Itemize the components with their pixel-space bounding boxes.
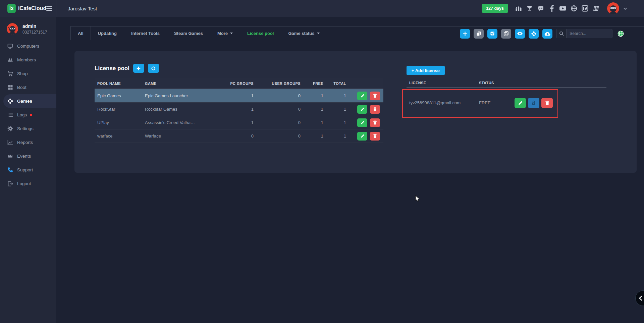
copy-button[interactable] — [474, 29, 484, 39]
facebook-icon[interactable] — [548, 5, 555, 12]
pool-row-epic-games[interactable]: Epic Games Epic Games Launcher 1 0 1 1 — [95, 89, 383, 103]
delete-pool-button[interactable] — [370, 132, 380, 141]
delete-pool-button[interactable] — [370, 118, 380, 127]
delete-pool-button[interactable] — [370, 105, 380, 114]
refresh-pool-button[interactable] — [148, 64, 159, 73]
main-content: All Updating Internet Tools Steam Games … — [56, 17, 644, 323]
edit-pool-button[interactable] — [357, 132, 367, 141]
licenses-table-header: LICENSE STATUS — [407, 78, 606, 88]
sidebar-item-computers[interactable]: Computers — [3, 39, 56, 53]
edit-pool-button[interactable] — [357, 105, 367, 114]
sidebar-item-support[interactable]: Support — [3, 163, 56, 177]
icafecloud-mini-icon[interactable] — [581, 5, 589, 12]
tab-license-pool[interactable]: License pool — [240, 26, 281, 40]
language-globe-icon[interactable] — [618, 31, 624, 37]
sidebar-avatar[interactable] — [7, 23, 18, 35]
user-phone: 03271271517 — [22, 30, 47, 35]
cart-icon — [7, 71, 13, 76]
chevron-down-icon — [317, 33, 320, 34]
sidebar-item-logout[interactable]: Logout — [3, 177, 56, 191]
tab-all[interactable]: All — [70, 26, 91, 40]
search-input[interactable] — [567, 31, 609, 36]
license-days-badge[interactable]: 127 days — [482, 4, 508, 13]
search-box — [556, 29, 612, 38]
windows-icon — [7, 85, 13, 90]
monitor-icon — [7, 43, 13, 49]
members-icon — [7, 57, 13, 63]
pool-table: POOL NAME GAME PC GROUPS USER GROUPS FRE… — [95, 78, 383, 143]
pool-title: License pool — [95, 65, 129, 72]
tab-internet-tools[interactable]: Internet Tools — [124, 26, 167, 40]
sidebar-user: admin 03271271517 — [0, 17, 56, 39]
add-button[interactable] — [460, 29, 470, 39]
crown-icon — [7, 153, 13, 159]
chart-icon — [7, 140, 13, 145]
sidebar-item-events[interactable]: Events — [3, 149, 56, 163]
edit-pool-button[interactable] — [357, 118, 367, 127]
topbar: i2 iCafeCloud Jaroslav Test 127 days — [0, 0, 644, 17]
pool-header: License pool — [95, 64, 159, 73]
user-menu-chevron-icon[interactable] — [623, 5, 627, 11]
sidebar-item-members[interactable]: Members — [3, 53, 56, 67]
delete-pool-button[interactable] — [370, 92, 380, 100]
toolbar — [460, 26, 624, 41]
pool-row-uplay[interactable]: UPlay Assassin's Creed Valha… 1 0 1 1 — [95, 116, 383, 129]
sidebar-item-shop[interactable]: Shop — [3, 67, 56, 80]
pool-row-warface[interactable]: warface Warface 0 0 1 1 — [95, 129, 383, 143]
delete-license-button[interactable] — [541, 98, 553, 108]
tab-more[interactable]: More — [210, 26, 240, 40]
brand-name: iCafeCloud — [18, 5, 46, 11]
license-status: FREE — [479, 100, 515, 105]
tab-game-status[interactable]: Game status — [281, 26, 327, 40]
sidebar-item-boot[interactable]: Boot — [3, 80, 56, 94]
youtube-icon[interactable] — [559, 5, 567, 12]
add-pool-button[interactable] — [133, 64, 144, 73]
tab-steam-games[interactable]: Steam Games — [167, 26, 210, 40]
sidebar: admin 03271271517 Computers Members Shop… — [0, 17, 56, 323]
user-name: admin — [22, 23, 47, 29]
tab-updating[interactable]: Updating — [91, 26, 124, 40]
chevron-down-icon — [230, 33, 233, 34]
discord-icon[interactable] — [537, 5, 544, 12]
license-email: tyv256998811@gmail.com — [409, 100, 479, 105]
sidebar-item-games[interactable]: Games — [3, 94, 56, 108]
page-title: Jaroslav Test — [68, 6, 97, 11]
sidebar-item-reports[interactable]: Reports — [3, 136, 56, 149]
lock-license-button[interactable] — [528, 98, 539, 108]
tiles-button[interactable] — [529, 29, 539, 39]
select-check-button[interactable] — [487, 29, 497, 39]
gear-icon — [7, 126, 13, 131]
search-icon — [556, 29, 567, 38]
tabs-row: All Updating Internet Tools Steam Games … — [70, 26, 644, 40]
logout-icon — [7, 181, 13, 186]
edit-pool-button[interactable] — [357, 92, 367, 100]
licenses-table: LICENSE STATUS tyv256998811@gmail.com FR… — [407, 78, 606, 118]
pool-table-header: POOL NAME GAME PC GROUPS USER GROUPS FRE… — [95, 78, 383, 89]
licenses-panel: + Add license LICENSE STATUS tyv25699881… — [407, 66, 606, 118]
sidebar-item-logs[interactable]: Logs — [3, 108, 56, 122]
globe-icon[interactable] — [570, 5, 578, 12]
sidebar-nav: Computers Members Shop Boot Games Logs S… — [0, 39, 56, 191]
list-icon — [7, 112, 13, 118]
hamburger-menu-icon[interactable] — [46, 5, 52, 12]
license-pool-card: License pool POOL NAME GAME PC GROUPS US… — [74, 51, 637, 173]
logs-alert-dot — [30, 114, 32, 116]
icafecloud-logo-icon: i2 — [7, 4, 16, 13]
gamepad-icon — [7, 98, 13, 104]
layers-icon[interactable] — [592, 5, 600, 12]
preview-eye-button[interactable] — [515, 29, 525, 39]
add-license-button[interactable]: + Add license — [407, 66, 445, 75]
license-row[interactable]: tyv256998811@gmail.com FREE — [407, 88, 606, 118]
ranking-icon[interactable] — [515, 5, 522, 12]
cloud-download-button[interactable] — [542, 29, 552, 39]
brand: i2 iCafeCloud — [0, 0, 56, 17]
edit-license-button[interactable] — [515, 98, 526, 108]
phone-icon — [7, 167, 13, 173]
copy-outline-button[interactable] — [501, 29, 511, 39]
trophy-icon[interactable] — [526, 5, 533, 12]
user-avatar[interactable] — [607, 2, 619, 14]
pool-row-rockstar[interactable]: RockStar Rockstar Games 1 0 1 1 — [95, 103, 383, 116]
sidebar-item-settings[interactable]: Settings — [3, 122, 56, 136]
